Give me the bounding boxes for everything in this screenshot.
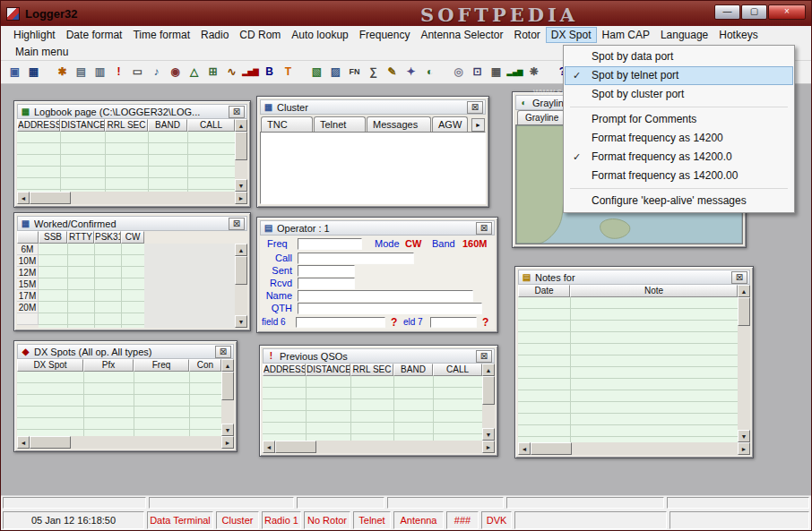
operator-restore-button[interactable]: ⊠ (476, 222, 492, 235)
bar-chart-icon[interactable]: ▂▅▇ (241, 64, 260, 81)
tab-messages[interactable]: Messages (367, 116, 431, 132)
cluster-output[interactable] (260, 132, 486, 204)
worked-col-psk31[interactable]: PSK31 (94, 231, 121, 244)
menu-item-cd-rom[interactable]: CD Rom (234, 27, 286, 43)
logbook-col-address[interactable]: ADDRESS (17, 119, 60, 132)
notes-restore-button[interactable]: ⊠ (731, 271, 747, 284)
scrollbar-thumb[interactable] (235, 132, 247, 160)
logbook-col-call[interactable]: CALL (187, 119, 235, 132)
band-grid-icon[interactable]: ⊞ (203, 64, 222, 81)
scrollbar-thumb[interactable] (30, 192, 71, 204)
menu-item-hotkeys[interactable]: Hotkeys (713, 27, 763, 43)
tab-telnet[interactable]: Telnet (314, 116, 366, 132)
notes-titlebar[interactable]: ▤ Notes for ⊠ (518, 270, 750, 285)
macro-icon[interactable]: ✱ (53, 64, 72, 81)
prev-qsos-col-band[interactable]: BAND (393, 364, 433, 376)
rcvd-input[interactable] (298, 278, 355, 289)
worked-vscroll[interactable]: ▲ ▼ (235, 244, 247, 328)
report-icon[interactable]: ▥ (91, 64, 109, 81)
band-12m[interactable]: 12M (17, 267, 39, 278)
tab-grayline[interactable]: Grayline (517, 110, 566, 124)
scroll-left-icon[interactable]: ◄ (263, 441, 275, 453)
notes-hscroll[interactable]: ◄ ► (518, 442, 750, 455)
menu-option-prompt-for-comments[interactable]: Prompt for Comments (565, 110, 793, 129)
menu-option-format-14200[interactable]: Format frequency as 14200 (565, 129, 793, 148)
tab-agw[interactable]: AGW (432, 116, 468, 132)
scroll-up-icon[interactable]: ▲ (221, 359, 234, 372)
dx-spots-titlebar[interactable]: ◆ DX Spots (All op. All types) ⊠ (17, 344, 234, 359)
monitor-icon[interactable]: ⊡ (468, 64, 487, 81)
radio-icon[interactable]: ◉ (166, 64, 185, 81)
menu-item-time-format[interactable]: Time format (127, 27, 195, 43)
antenna-icon[interactable]: △ (185, 64, 203, 81)
scrollbar-thumb[interactable] (738, 297, 750, 326)
dx-spots-col-con[interactable]: Con (189, 359, 221, 372)
copy-pages-icon[interactable]: ▣ (5, 64, 24, 81)
worked-col-cw[interactable]: CW (121, 231, 144, 244)
dx-spots-hscroll[interactable]: ◄ ► (17, 436, 234, 449)
logbook-vscroll[interactable]: ▲ ▼ (235, 119, 247, 192)
gear-icon[interactable]: ❋ (524, 64, 543, 81)
worked-col-ssb[interactable]: SSB (39, 231, 67, 244)
menu-item-radio[interactable]: Radio (195, 27, 234, 43)
qth-input[interactable] (298, 303, 482, 314)
scrollbar-thumb[interactable] (531, 442, 572, 455)
prev-qsos-grid[interactable] (263, 376, 482, 441)
scrollbar-thumb[interactable] (482, 376, 495, 405)
menu-item-highlight[interactable]: Highlight (8, 27, 61, 43)
tab-tnc[interactable]: TNC (261, 116, 313, 132)
scroll-up-icon[interactable]: ▲ (235, 119, 247, 132)
scroll-down-icon[interactable]: ▼ (235, 179, 247, 192)
dx-spots-col-freq[interactable]: Freq (134, 359, 189, 372)
field7-input[interactable] (430, 317, 477, 328)
menu-option-spot-by-telnet-port[interactable]: ✓Spot by telnet port (565, 66, 793, 85)
freq-input[interactable] (298, 238, 362, 250)
menu-item-main-menu[interactable]: Main menu (10, 44, 73, 60)
band-10m[interactable]: 10M (17, 255, 39, 267)
logbook-hscroll[interactable]: ◄ ► (17, 192, 247, 204)
bold-icon[interactable]: B (260, 64, 279, 81)
band-17m[interactable]: 17M (17, 290, 39, 302)
previous-qsos-restore-button[interactable]: ⊠ (476, 350, 492, 363)
menu-item-date-format[interactable]: Date format (61, 27, 128, 43)
logbook-col-band[interactable]: BAND (148, 119, 187, 132)
tab-overflow-icon[interactable]: ► (471, 118, 485, 132)
operator-titlebar[interactable]: ▤ Operator : 1 ⊠ (260, 220, 495, 236)
status-no-rotor[interactable]: No Rotor (304, 511, 350, 529)
text-icon[interactable]: T (279, 64, 298, 81)
scroll-left-icon[interactable]: ◄ (17, 436, 30, 449)
prev-qsos-vscroll[interactable]: ▲ ▼ (482, 364, 495, 441)
notes-vscroll[interactable]: ▲ ▼ (738, 285, 750, 442)
dx-spots-restore-button[interactable]: ⊠ (215, 346, 231, 358)
band-15m[interactable]: 15M (17, 278, 39, 290)
menu-option-format-14200-2[interactable]: Format frequency as 14200.00 (565, 167, 793, 185)
dx-spots-grid[interactable] (17, 372, 221, 436)
scrollbar-thumb[interactable] (235, 256, 247, 285)
notes-col-date[interactable]: Date (518, 285, 570, 297)
menu-option-format-14200-1[interactable]: ✓Format frequency as 14200.0 (565, 148, 793, 167)
menu-option-spot-by-cluster-port[interactable]: Spot by cluster port (565, 85, 793, 104)
scroll-down-icon[interactable]: ▼ (221, 424, 234, 436)
worked-grid[interactable] (39, 244, 144, 328)
call-input[interactable] (298, 253, 414, 264)
logbook-col-distance[interactable]: DISTANCE (60, 119, 105, 132)
status-radio-1[interactable]: Radio 1 (262, 511, 301, 529)
scroll-left-icon[interactable]: ◄ (17, 192, 30, 204)
scroll-up-icon[interactable]: ▲ (482, 364, 495, 376)
worked-titlebar[interactable]: ▦ Worked/Confirmed ⊠ (17, 216, 247, 231)
worked-restore-button[interactable]: ⊠ (229, 218, 245, 230)
logbook-col-arrlsec[interactable]: RRL SEC (105, 119, 148, 132)
menu-option-configure-keep-alive[interactable]: Configure 'keep-alive' messages (565, 192, 793, 210)
cd-icon[interactable]: ◎ (449, 64, 468, 81)
save-icon[interactable]: ▦ (24, 64, 43, 81)
status-hash[interactable]: ### (446, 511, 479, 529)
logbook-grid[interactable] (17, 132, 235, 192)
menu-item-rotor[interactable]: Rotor (509, 27, 546, 43)
edit-icon[interactable]: ✎ (383, 64, 402, 81)
image-icon[interactable]: ▧ (307, 64, 326, 81)
logbook-restore-button[interactable]: ⊠ (229, 106, 245, 118)
calculator-icon[interactable]: ∑ (364, 64, 383, 81)
fn-keys-icon[interactable]: FN (345, 64, 364, 81)
world-map-icon[interactable]: ▨ (326, 64, 345, 81)
previous-qsos-titlebar[interactable]: ! Previous QSOs ⊠ (263, 348, 495, 364)
